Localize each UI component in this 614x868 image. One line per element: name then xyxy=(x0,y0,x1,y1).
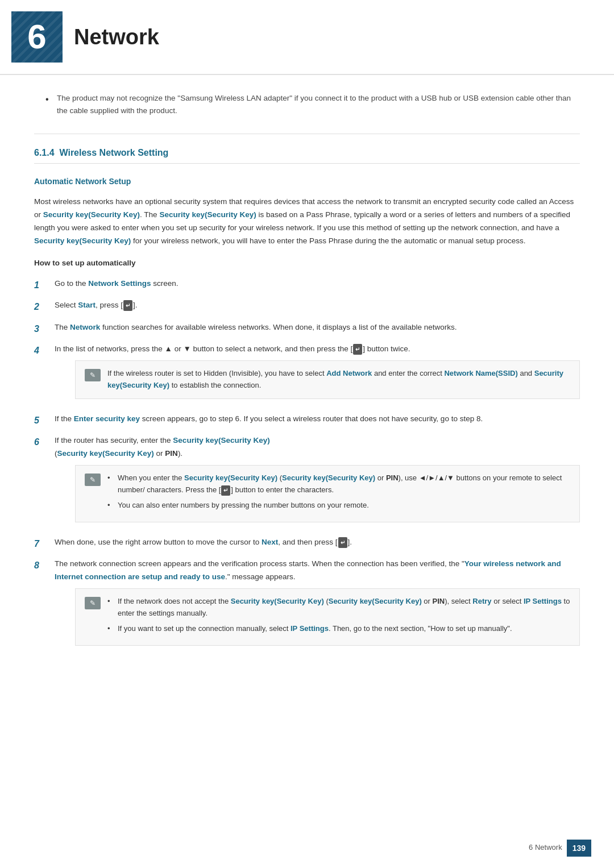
footer-page-number: 139 xyxy=(567,840,591,857)
step-4-note-content: If the wireless router is set to Hidden … xyxy=(107,368,570,392)
step-6-security-key: Security key(Security Key) xyxy=(173,436,269,445)
section-id: 6.1.4 xyxy=(34,148,55,157)
step-5: 5 If the Enter security key screen appea… xyxy=(34,413,580,428)
step-7-next: Next xyxy=(262,538,278,546)
setup-heading: How to set up automatically xyxy=(34,257,580,269)
step-8: 8 The network connection screen appears … xyxy=(34,558,580,652)
bold-security-key-3: Security key(Security Key) xyxy=(34,236,131,245)
sk-note-8-1: Security key(Security Key) xyxy=(231,597,324,605)
step-2: 2 Select Start, press [↵]. xyxy=(34,299,580,314)
step-6-note-content: When you enter the Security key(Security… xyxy=(107,472,570,514)
note-icon-6 xyxy=(85,474,101,486)
enter-key-4: ↵ xyxy=(338,537,347,548)
chapter-number-box: 6 xyxy=(11,11,63,63)
step-1-number: 1 xyxy=(34,277,55,293)
network-name-ssid: Network Name(SSID) xyxy=(444,369,517,377)
retry-link: Retry xyxy=(472,597,491,605)
top-note-text: The product may not recognize the "Samsu… xyxy=(45,92,580,117)
step-8-note-item-2: If you want to set up the connection man… xyxy=(107,623,570,635)
pin-note-8: PIN xyxy=(433,597,445,605)
pin-note-1: PIN xyxy=(386,474,399,482)
step-1-network-settings: Network Settings xyxy=(88,279,151,288)
step-3-network: Network xyxy=(70,323,100,331)
section-heading: 6.1.4 Wireless Network Setting xyxy=(34,146,580,164)
step-7-content: When done, use the right arrow button to… xyxy=(55,536,580,549)
subsection-heading: Automatic Network Setup xyxy=(34,175,580,188)
step-6-note: When you enter the Security key(Security… xyxy=(75,465,580,522)
enter-key-3: ↵ xyxy=(221,485,230,496)
step-5-enter-security: Enter security key xyxy=(74,414,140,423)
step-1-content: Go to the Network Settings screen. xyxy=(55,277,580,290)
step-2-start: Start xyxy=(78,301,96,309)
step-6-number: 6 xyxy=(34,434,55,450)
step-8-content: The network connection screen appears an… xyxy=(55,558,580,652)
enter-key-2: ↵ xyxy=(353,344,362,355)
step-3-number: 3 xyxy=(34,321,55,337)
step-6-security-key-2: Security key(Security Key) xyxy=(57,449,154,458)
step-8-number: 8 xyxy=(34,558,55,573)
step-6-note-item-1: When you enter the Security key(Security… xyxy=(107,472,570,496)
step-4-note: If the wireless router is set to Hidden … xyxy=(75,360,580,399)
step-8-note-item-1: If the network does not accept the Secur… xyxy=(107,596,570,620)
section-title: Wireless Network Setting xyxy=(59,148,168,157)
ip-settings-link-2: IP Settings xyxy=(291,624,329,633)
step-6: 6 If the router has security, enter the … xyxy=(34,434,580,529)
step-6-pin: PIN xyxy=(165,449,178,458)
step-2-number: 2 xyxy=(34,299,55,314)
page-header: 6 Network xyxy=(0,0,614,75)
chapter-title: Network xyxy=(74,20,159,55)
sk-note-2: Security key(Security Key) xyxy=(282,474,375,482)
step-4: 4 In the list of networks, press the ▲ o… xyxy=(34,343,580,406)
step-8-note: If the network does not accept the Secur… xyxy=(75,588,580,645)
step-7: 7 When done, use the right arrow button … xyxy=(34,536,580,551)
step-7-number: 7 xyxy=(34,536,55,551)
step-8-quoted: Your wireless network and Internet conne… xyxy=(55,559,561,581)
top-note: The product may not recognize the "Samsu… xyxy=(34,92,580,117)
bold-security-key-2: Security key(Security Key) xyxy=(159,210,256,219)
page-footer: 6 Network 139 xyxy=(529,840,591,857)
sk-note-8-2: Security key(Security Key) xyxy=(329,597,422,605)
step-3: 3 The Network function searches for avai… xyxy=(34,321,580,337)
step-4-number: 4 xyxy=(34,343,55,358)
sk-note-1: Security key(Security Key) xyxy=(184,474,277,482)
steps-list: 1 Go to the Network Settings screen. 2 S… xyxy=(34,277,580,653)
note-icon-4 xyxy=(85,369,101,381)
step-2-content: Select Start, press [↵]. xyxy=(55,299,580,312)
enter-key-1: ↵ xyxy=(123,300,132,311)
add-network: Add Network xyxy=(326,369,372,377)
step-8-note-content: If the network does not accept the Secur… xyxy=(107,596,570,638)
step-4-content: In the list of networks, press the ▲ or … xyxy=(55,343,580,406)
step-3-content: The Network function searches for availa… xyxy=(55,321,580,334)
main-content: The product may not recognize the "Samsu… xyxy=(0,92,614,693)
step-1: 1 Go to the Network Settings screen. xyxy=(34,277,580,293)
step-6-note-item-2: You can also enter numbers by pressing t… xyxy=(107,500,570,512)
step-6-content: If the router has security, enter the Se… xyxy=(55,434,580,529)
chapter-number: 6 xyxy=(27,10,46,64)
step-5-content: If the Enter security key screen appears… xyxy=(55,413,580,426)
divider xyxy=(34,134,580,134)
note-icon-8 xyxy=(85,597,101,609)
footer-chapter-label: 6 Network xyxy=(529,842,562,854)
ip-settings-link-1: IP Settings xyxy=(524,597,562,605)
body-paragraph: Most wireless networks have an optional … xyxy=(34,196,580,248)
step-5-number: 5 xyxy=(34,413,55,428)
bold-security-key-1: Security key(Security Key) xyxy=(43,210,140,219)
